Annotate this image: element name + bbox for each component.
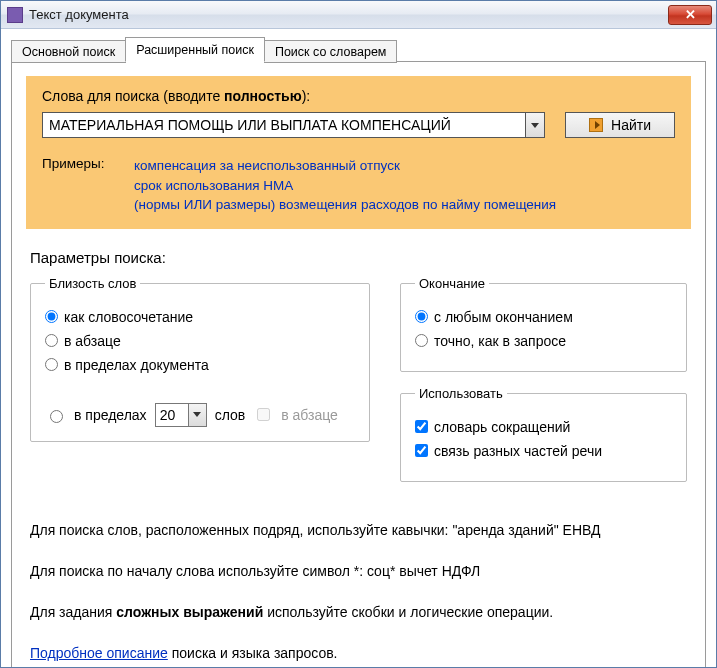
use-legend: Использовать <box>415 386 507 401</box>
ending-radio-exact[interactable]: точно, как в запросе <box>415 333 672 349</box>
hint-link-suffix: поиска и языка запросов. <box>168 645 338 661</box>
hint-complex: Для задания сложных выражений используйт… <box>30 602 687 623</box>
within-count-spinner <box>155 403 207 427</box>
hint-quotes: Для поиска слов, расположенных подряд, и… <box>30 520 687 541</box>
proximity-radio-paragraph-label: в абзаце <box>64 333 121 349</box>
search-heading-suffix: ): <box>302 88 311 104</box>
hint-complex-prefix: Для задания <box>30 604 116 620</box>
ending-radio-exact-input[interactable] <box>415 334 428 347</box>
search-combobox <box>42 112 545 138</box>
tab-panel-extended: Слова для поиска (вводите полностью): На… <box>11 61 706 667</box>
close-icon: ✕ <box>685 7 696 22</box>
proximity-radio-phrase-label: как словосочетание <box>64 309 193 325</box>
proximity-radio-document[interactable]: в пределах документа <box>45 357 355 373</box>
search-heading-prefix: Слова для поиска (вводите <box>42 88 224 104</box>
ending-group: Окончание с любым окончанием точно, как … <box>400 276 687 372</box>
search-input[interactable] <box>42 112 525 138</box>
examples-block: Примеры: компенсация за неиспользованный… <box>42 156 675 215</box>
proximity-radio-paragraph[interactable]: в абзаце <box>45 333 355 349</box>
find-button-label: Найти <box>611 117 651 133</box>
ending-radio-any-label: с любым окончанием <box>434 309 573 325</box>
detailed-description-link[interactable]: Подробное описание <box>30 645 168 661</box>
chevron-down-icon <box>193 412 201 417</box>
proximity-radio-paragraph-input[interactable] <box>45 334 58 347</box>
chevron-down-icon <box>531 123 539 128</box>
example-item: компенсация за неиспользованный отпуск <box>134 156 556 176</box>
params-grid: Близость слов как словосочетание в абзац… <box>26 276 691 496</box>
close-button[interactable]: ✕ <box>668 5 712 25</box>
params-heading: Параметры поиска: <box>30 249 691 266</box>
search-heading: Слова для поиска (вводите полностью): <box>42 88 675 104</box>
search-row: Найти <box>42 112 675 138</box>
within-count-dropdown[interactable] <box>189 403 207 427</box>
window-title: Текст документа <box>29 7 668 22</box>
use-check-pos-input[interactable] <box>415 444 428 457</box>
tab-strip: Основной поиск Расширенный поиск Поиск с… <box>11 37 706 62</box>
within-paragraph-checkbox <box>257 408 270 421</box>
example-item: срок использования НМА <box>134 176 556 196</box>
within-count-input[interactable] <box>155 403 189 427</box>
use-check-abbrev[interactable]: словарь сокращений <box>415 419 672 435</box>
ending-radio-any[interactable]: с любым окончанием <box>415 309 672 325</box>
hint-wildcard: Для поиска по началу слова используйте с… <box>30 561 687 582</box>
example-item: (нормы ИЛИ размеры) возмещения расходов … <box>134 195 556 215</box>
proximity-legend: Близость слов <box>45 276 140 291</box>
hint-complex-bold: сложных выражений <box>116 604 263 620</box>
find-button[interactable]: Найти <box>565 112 675 138</box>
ending-radio-any-input[interactable] <box>415 310 428 323</box>
proximity-radio-phrase-input[interactable] <box>45 310 58 323</box>
examples-list: компенсация за неиспользованный отпуск с… <box>134 156 556 215</box>
proximity-radio-within-input[interactable] <box>50 410 63 423</box>
ending-legend: Окончание <box>415 276 489 291</box>
dialog-window: Текст документа ✕ Основной поиск Расшире… <box>0 0 717 668</box>
tab-dictionary-search[interactable]: Поиск со словарем <box>264 40 398 63</box>
hint-complex-suffix: используйте скобки и логические операции… <box>263 604 553 620</box>
use-check-abbrev-input[interactable] <box>415 420 428 433</box>
params-col-left: Близость слов как словосочетание в абзац… <box>30 276 370 496</box>
within-paragraph-label: в абзаце <box>281 407 338 423</box>
use-check-pos[interactable]: связь разных частей речи <box>415 443 672 459</box>
ending-radio-exact-label: точно, как в запросе <box>434 333 566 349</box>
hint-link-row: Подробное описание поиска и языка запрос… <box>30 643 687 664</box>
examples-label: Примеры: <box>42 156 134 215</box>
dialog-body: Основной поиск Расширенный поиск Поиск с… <box>1 29 716 667</box>
search-dropdown-button[interactable] <box>525 112 545 138</box>
use-check-abbrev-label: словарь сокращений <box>434 419 570 435</box>
tab-basic-search[interactable]: Основной поиск <box>11 40 126 63</box>
proximity-radio-document-input[interactable] <box>45 358 58 371</box>
proximity-group: Близость слов как словосочетание в абзац… <box>30 276 370 442</box>
search-heading-bold: полностью <box>224 88 302 104</box>
find-icon <box>589 118 603 132</box>
proximity-within-words: слов <box>215 407 246 423</box>
search-panel: Слова для поиска (вводите полностью): На… <box>26 76 691 229</box>
tab-extended-search[interactable]: Расширенный поиск <box>125 37 265 62</box>
proximity-radio-phrase[interactable]: как словосочетание <box>45 309 355 325</box>
use-group: Использовать словарь сокращений связь ра… <box>400 386 687 482</box>
params-col-right: Окончание с любым окончанием точно, как … <box>400 276 687 496</box>
proximity-within-prefix: в пределах <box>74 407 147 423</box>
proximity-radio-document-label: в пределах документа <box>64 357 209 373</box>
titlebar: Текст документа ✕ <box>1 1 716 29</box>
use-check-pos-label: связь разных частей речи <box>434 443 602 459</box>
proximity-within-row: в пределах слов в абзаце <box>45 403 355 427</box>
app-icon <box>7 7 23 23</box>
hints-block: Для поиска слов, расположенных подряд, и… <box>26 520 691 664</box>
